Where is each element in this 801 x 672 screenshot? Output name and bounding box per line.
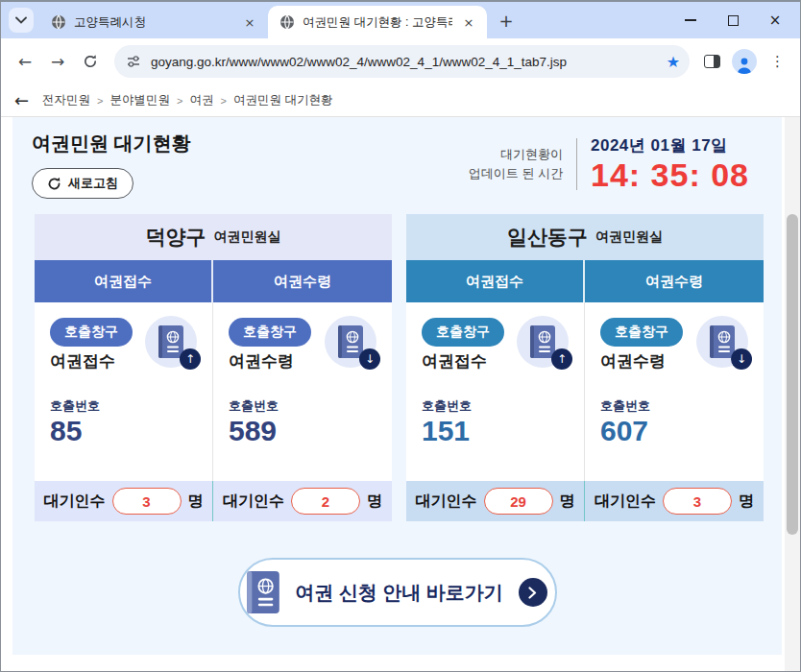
page-header: 여권민원 대기현황 새로고침 대기현황이 업데이트 된 시간: [12, 117, 782, 199]
waiting-unit: 명: [739, 492, 754, 512]
district-panels: 덕양구 여권민원실 여권접수 여권수령 호출창구 여권접수: [35, 214, 782, 521]
close-window-button[interactable]: ×: [754, 2, 796, 38]
page-title: 여권민원 대기현황: [32, 131, 191, 156]
arrow-up-badge-icon: ↑: [551, 348, 572, 370]
side-panel-button[interactable]: [704, 55, 720, 68]
office-label: 여권민원실: [595, 228, 663, 246]
passport-guide-button[interactable]: 여권 신청 안내 바로가기: [238, 558, 557, 627]
waiting-label: 대기인수: [223, 492, 284, 512]
chevron-down-icon: [15, 16, 27, 24]
waiting-count-pill: 3: [663, 488, 732, 515]
maximize-button[interactable]: [712, 2, 754, 38]
panel-header: 일산동구 여권민원실: [406, 214, 764, 260]
call-number-label: 호출번호: [229, 397, 376, 415]
waiting-unit: 명: [367, 492, 382, 512]
district-name: 덕양구: [146, 224, 206, 251]
tab-passport-status[interactable]: 여권민원 대기현황 : 고양특례시 ×: [268, 6, 487, 38]
column-header-pickup: 여권수령: [585, 260, 764, 302]
scrollbar[interactable]: [785, 117, 800, 672]
breadcrumb: 전자민원 > 분야별민원 > 여권 > 여권민원 대기현황: [42, 92, 332, 108]
waiting-label: 대기인수: [44, 492, 106, 512]
service-label: 여권수령: [600, 350, 683, 372]
tab-close-icon[interactable]: ×: [241, 13, 258, 31]
panel-header: 덕양구 여권민원실: [35, 214, 392, 260]
arrow-down-badge-icon: ↓: [359, 348, 380, 370]
refresh-icon: [47, 177, 61, 191]
waiting-count-cell: 대기인수 3 명: [35, 481, 213, 521]
minimize-button[interactable]: [669, 2, 712, 38]
vertical-divider: [576, 138, 577, 190]
new-tab-button[interactable]: +: [493, 7, 520, 34]
url-text[interactable]: goyang.go.kr/www/www02/www02_4/www02_4_1…: [151, 55, 657, 69]
reload-button[interactable]: [76, 47, 105, 76]
call-number-label: 호출번호: [600, 397, 748, 415]
call-number-value: 589: [229, 415, 376, 448]
column-header-receive: 여권접수: [35, 260, 213, 302]
breadcrumb-bar: ← 전자민원 > 분야별민원 > 여권 > 여권민원 대기현황: [1, 84, 800, 117]
waiting-unit: 명: [188, 492, 204, 512]
office-label: 여권민원실: [214, 228, 281, 246]
call-window-button[interactable]: 호출창구: [600, 318, 683, 347]
passport-icon: ↓: [696, 316, 748, 368]
url-bar[interactable]: goyang.go.kr/www/www02/www02_4/www02_4_1…: [114, 45, 690, 78]
column-header-pickup: 여권수령: [213, 260, 392, 302]
waiting-count-pill: 29: [484, 488, 553, 515]
bookmark-star-icon[interactable]: ★: [667, 53, 680, 71]
menu-button[interactable]: ⋮: [765, 53, 790, 70]
service-cell: 호출창구 여권수령 ↓: [585, 302, 764, 481]
waiting-count-cell: 대기인수 3 명: [585, 481, 764, 521]
breadcrumb-separator: >: [220, 95, 226, 107]
waiting-count-pill: 2: [291, 488, 360, 515]
breadcrumb-back-arrow[interactable]: ←: [14, 92, 29, 109]
maximize-icon: [728, 15, 739, 26]
breadcrumb-item-current: 여권민원 대기현황: [233, 92, 332, 108]
waiting-count-cell: 대기인수 2 명: [213, 481, 392, 521]
tab-goyang-city[interactable]: 고양특례시청 ×: [39, 6, 268, 38]
browser-toolbar: ← → goyang.go.kr/www/www02/www02_4/www02…: [1, 38, 800, 84]
page-content: 여권민원 대기현황 새로고침 대기현황이 업데이트 된 시간: [1, 117, 800, 672]
call-number-label: 호출번호: [50, 397, 197, 415]
guide-button-label: 여권 신청 안내 바로가기: [295, 580, 503, 606]
waiting-label: 대기인수: [416, 492, 477, 512]
passport-icon: ↓: [325, 316, 376, 368]
service-label: 여권접수: [50, 350, 133, 372]
refresh-label: 새로고침: [68, 175, 118, 192]
tab-search-button[interactable]: [9, 8, 34, 33]
update-time: 14: 35: 08: [591, 156, 749, 194]
tab-title: 여권민원 대기현황 : 고양특례시: [303, 14, 452, 31]
arrow-up-badge-icon: ↑: [180, 348, 201, 370]
district-name: 일산동구: [507, 224, 588, 251]
update-date: 2024년 01월 17일: [591, 134, 749, 156]
passport-icon: ↑: [145, 316, 197, 368]
call-number-value: 85: [50, 415, 197, 448]
update-time-block: 대기현황이 업데이트 된 시간 2024년 01월 17일 14: 35: 08: [469, 134, 763, 194]
call-window-button[interactable]: 호출창구: [422, 318, 504, 347]
service-label: 여권접수: [422, 350, 504, 372]
service-cell: 호출창구 여권수령 ↓: [213, 302, 392, 481]
breadcrumb-item[interactable]: 전자민원: [42, 92, 90, 108]
browser-window: 고양특례시청 × 여권민원 대기현황 : 고양특례시 × + × ← →: [0, 0, 801, 672]
update-time-label: 대기현황이 업데이트 된 시간: [469, 145, 563, 183]
tab-close-icon[interactable]: ×: [460, 13, 477, 31]
passport-icon: [247, 571, 279, 613]
back-button[interactable]: ←: [11, 47, 39, 76]
passport-status-section: 여권민원 대기현황 새로고침 대기현황이 업데이트 된 시간: [12, 117, 782, 655]
forward-button[interactable]: →: [43, 47, 72, 76]
waiting-unit: 명: [560, 492, 575, 512]
globe-icon: [279, 14, 295, 30]
tab-title: 고양특례시청: [74, 14, 233, 31]
globe-icon: [51, 14, 66, 30]
scrollbar-thumb[interactable]: [787, 214, 798, 535]
call-window-button[interactable]: 호출창구: [50, 318, 133, 347]
call-window-button[interactable]: 호출창구: [229, 318, 311, 347]
breadcrumb-separator: >: [177, 95, 182, 107]
call-number-label: 호출번호: [422, 397, 569, 415]
site-info-icon: [126, 54, 141, 69]
breadcrumb-item[interactable]: 여권: [189, 92, 213, 108]
tab-strip: 고양특례시청 × 여권민원 대기현황 : 고양특례시 × + ×: [1, 2, 800, 38]
profile-avatar[interactable]: [732, 49, 757, 74]
breadcrumb-item[interactable]: 분야별민원: [110, 92, 171, 108]
refresh-button[interactable]: 새로고침: [32, 168, 134, 199]
service-cell: 호출창구 여권접수 ↑: [35, 302, 213, 481]
column-header-receive: 여권접수: [406, 260, 585, 302]
